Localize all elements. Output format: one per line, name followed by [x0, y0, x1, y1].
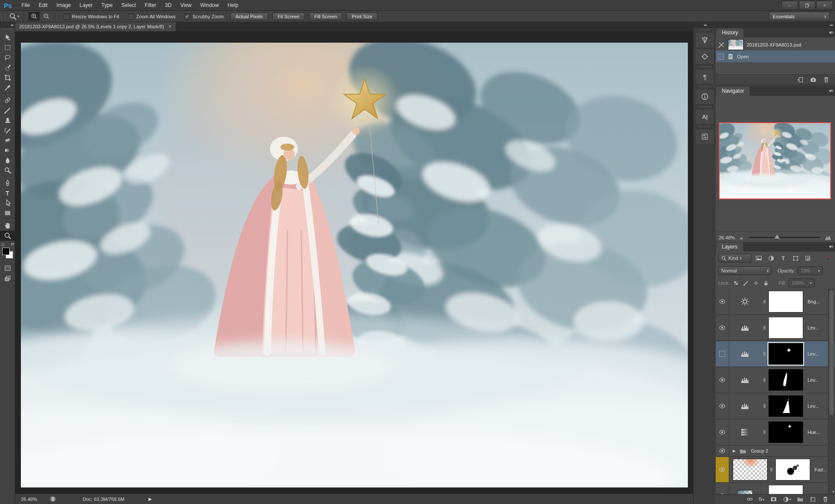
- layer-name[interactable]: Lev...: [808, 377, 819, 383]
- filter-pixel-layers-button[interactable]: [754, 254, 764, 262]
- document-tab[interactable]: 20181203-XF9A8013.psd @ 26.5% (Levels 1 …: [15, 22, 176, 31]
- minimize-button[interactable]: –: [781, 1, 798, 10]
- scroll-down-arrow-icon[interactable]: ▾: [832, 490, 834, 494]
- layer-row-levels-2-selected[interactable]: Lev...: [716, 341, 835, 366]
- tab-navigator[interactable]: Navigator: [716, 87, 750, 96]
- visibility-toggle[interactable]: [716, 420, 729, 445]
- tool-eyedropper[interactable]: [0, 83, 15, 93]
- lock-all-button[interactable]: [762, 279, 770, 287]
- photo-canvas[interactable]: [21, 43, 688, 487]
- history-state-row[interactable]: Open: [716, 50, 835, 62]
- blend-mode-combo[interactable]: Normal ▴▾: [718, 266, 771, 275]
- layer-name[interactable]: Lev...: [808, 325, 819, 330]
- tool-crop[interactable]: [0, 73, 15, 83]
- dock-grip[interactable]: [699, 66, 710, 68]
- layer-mask-thumbnail[interactable]: [768, 395, 803, 417]
- dock-info-button[interactable]: [695, 89, 714, 104]
- tool-dodge[interactable]: [0, 165, 15, 175]
- visibility-toggle[interactable]: [716, 289, 729, 314]
- layer-mask-thumbnail[interactable]: [768, 421, 803, 443]
- menu-edit[interactable]: Edit: [34, 0, 52, 10]
- layer-name[interactable]: Brig...: [808, 299, 820, 304]
- adjustment-icon-cell[interactable]: [729, 297, 761, 306]
- layer-thumbnail[interactable]: [733, 459, 768, 480]
- workspace-switcher[interactable]: Essentials ▴▾: [769, 12, 830, 21]
- fit-screen-button[interactable]: Fit Screen: [273, 13, 305, 20]
- layer-row-levels-1[interactable]: Lev...: [716, 315, 835, 340]
- layer-row-hue-saturation[interactable]: Hue...: [716, 420, 835, 445]
- layer-row-levels-4[interactable]: Lev...: [716, 393, 835, 419]
- navigator-zoom-value[interactable]: 26.48%: [719, 235, 735, 240]
- close-button[interactable]: ×: [816, 1, 833, 10]
- adjustment-icon-cell[interactable]: [729, 427, 761, 437]
- tool-quick-selection[interactable]: [0, 63, 15, 73]
- zoom-in-mountains-icon[interactable]: [824, 235, 832, 241]
- screen-mode-button[interactable]: [0, 273, 15, 283]
- new-group-folder-icon[interactable]: [797, 496, 804, 503]
- menu-view[interactable]: View: [176, 0, 196, 10]
- visibility-toggle[interactable]: [716, 315, 729, 340]
- zoom-out-mountains-icon[interactable]: [739, 235, 745, 240]
- tool-hand[interactable]: [0, 221, 15, 231]
- menu-type[interactable]: Type: [97, 0, 117, 10]
- actual-pixels-button[interactable]: Actual Pixels: [230, 13, 268, 20]
- slider-thumb[interactable]: [774, 235, 780, 239]
- layer-mask-thumbnail[interactable]: [768, 369, 803, 391]
- layer-mask-thumbnail[interactable]: [775, 459, 810, 480]
- delete-layer-trash-icon[interactable]: [822, 496, 829, 503]
- layers-panel-menu-icon[interactable]: ▾≡: [829, 244, 833, 249]
- layer-row-gradient[interactable]: Gra...: [716, 483, 835, 494]
- adjustment-icon-cell[interactable]: [729, 323, 761, 333]
- tool-rectangular-marquee[interactable]: [0, 43, 15, 53]
- tool-blur[interactable]: [0, 155, 15, 165]
- visibility-toggle[interactable]: [716, 483, 729, 494]
- dock-paragraph-button[interactable]: ¶: [695, 69, 714, 84]
- menu-help[interactable]: Help: [223, 0, 243, 10]
- layer-mask-thumbnail[interactable]: [768, 317, 803, 339]
- new-document-from-state-icon[interactable]: [797, 76, 804, 83]
- layers-scrollbar[interactable]: [828, 289, 835, 494]
- layer-row-fade[interactable]: Fad...: [716, 457, 835, 482]
- layer-name[interactable]: Hue...: [808, 430, 820, 435]
- new-layer-icon[interactable]: [809, 496, 816, 503]
- dock-collapse-left[interactable]: ◂◂: [694, 22, 716, 28]
- menu-layer[interactable]: Layer: [75, 0, 97, 10]
- layer-name[interactable]: Lev...: [808, 403, 819, 409]
- layer-row-brightness[interactable]: Brig...: [716, 289, 835, 314]
- scrubby-zoom-checkbox[interactable]: ✓: [184, 13, 190, 20]
- toolbar-grip[interactable]: [3, 29, 12, 32]
- dock-grip[interactable]: [699, 30, 710, 31]
- tab-layers[interactable]: Layers: [716, 242, 743, 252]
- dock-grip[interactable]: [699, 106, 710, 108]
- fill-combo[interactable]: 100% ▾: [788, 279, 815, 287]
- layer-row-group2[interactable]: ▶ Group 2: [716, 446, 835, 456]
- dock-collapse-right[interactable]: ▸▸: [716, 22, 835, 28]
- tab-history[interactable]: History: [716, 28, 744, 37]
- filter-adjustment-layers-button[interactable]: [766, 254, 776, 262]
- tool-type[interactable]: T: [0, 188, 15, 198]
- filter-smart-objects-button[interactable]: [803, 254, 812, 262]
- zoom-out-mode-button[interactable]: [40, 12, 52, 21]
- status-zoom-field[interactable]: 26.48%: [21, 497, 44, 502]
- delete-state-trash-icon[interactable]: [823, 76, 830, 83]
- visibility-toggle[interactable]: [716, 367, 729, 393]
- tool-move[interactable]: [0, 33, 15, 43]
- lock-position-button[interactable]: [752, 279, 760, 287]
- zoom-in-mode-button[interactable]: [28, 12, 40, 21]
- tool-brush[interactable]: [0, 105, 15, 115]
- menu-filter[interactable]: Filter: [140, 0, 161, 10]
- dock-grip[interactable]: [699, 86, 710, 88]
- layer-name[interactable]: Fad...: [815, 467, 827, 472]
- filter-type-layers-button[interactable]: T: [778, 254, 788, 262]
- dock-character-button[interactable]: A|: [695, 109, 714, 124]
- visibility-toggle[interactable]: [716, 457, 729, 482]
- scrubby-zoom-checkbox-group[interactable]: ✓ Scrubby Zoom: [184, 13, 224, 20]
- status-menu-arrow-icon[interactable]: ▶: [148, 497, 152, 501]
- adjustment-icon-cell[interactable]: [729, 349, 761, 359]
- navigator-zoom-slider[interactable]: [749, 237, 820, 238]
- toolbar-collapse[interactable]: ▸▸: [0, 22, 15, 28]
- layer-styles-fx-button[interactable]: fx▾: [759, 496, 764, 502]
- tool-eraser[interactable]: [0, 135, 15, 145]
- swap-colors-icon[interactable]: ⇄: [10, 242, 14, 246]
- tool-zoom[interactable]: [0, 231, 15, 241]
